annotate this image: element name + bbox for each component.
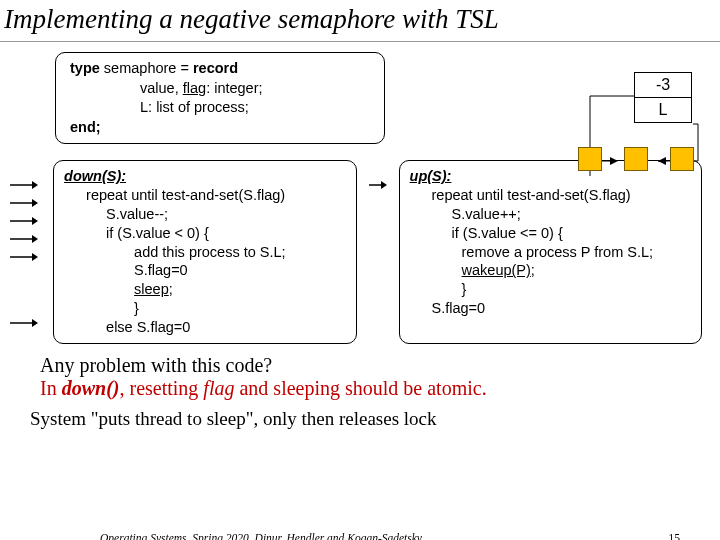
arrow-icon [10, 196, 38, 210]
typedef-value: value, [140, 80, 183, 96]
down-l4: add this process to S.L; [64, 243, 345, 262]
typedef-text: semaphore = [100, 60, 193, 76]
semaphore-diagram: -3 L [634, 72, 692, 123]
process-box [624, 147, 648, 171]
up-semi: ; [531, 262, 535, 278]
sem-value-cell: -3 [634, 72, 692, 98]
svg-marker-16 [32, 235, 38, 243]
typedef-flag: flag [183, 80, 206, 96]
answer-c: , resetting [119, 377, 203, 399]
process-queue [556, 147, 694, 171]
process-box [670, 147, 694, 171]
arrow-icon [10, 178, 38, 192]
typedef-list: : list of process; [148, 99, 249, 115]
answer-e: and sleeping should be atomic. [234, 377, 486, 399]
down-l8: else S.flag=0 [64, 318, 345, 337]
kw-end: end; [70, 119, 101, 135]
svg-marker-22 [381, 181, 387, 189]
page-number: 15 [669, 532, 681, 540]
typedef-box: type semaphore = record value, flag: int… [55, 52, 385, 144]
answer-line: In down(), resetting flag and sleeping s… [40, 377, 690, 400]
kw-record: record [193, 60, 238, 76]
arrow-icon [10, 214, 38, 228]
up-code-box: up(S): repeat until test-and-set(S.flag)… [399, 160, 702, 344]
answer-a: In [40, 377, 62, 399]
svg-marker-10 [32, 181, 38, 189]
slide-title: Implementing a negative semaphore with T… [0, 0, 720, 42]
sem-list-cell: L [634, 98, 692, 123]
footer-source: Operating Systems, Spring 2020, Dinur, H… [100, 532, 422, 540]
svg-marker-14 [32, 217, 38, 225]
top-area: type semaphore = record value, flag: int… [0, 42, 720, 144]
arrow-icon [10, 250, 38, 264]
question-line: Any problem with this code? [40, 354, 690, 377]
up-l4: remove a process P from S.L; [410, 243, 691, 262]
arrow-icon [10, 316, 38, 330]
typedef-L: L [140, 99, 148, 115]
up-l6: } [410, 280, 691, 299]
up-l7: S.flag=0 [410, 299, 691, 318]
svg-marker-18 [32, 253, 38, 261]
body-text: Any problem with this code? In down(), r… [0, 344, 720, 400]
kw-type: type [70, 60, 100, 76]
svg-marker-20 [32, 319, 38, 327]
down-l5: S.flag=0 [64, 261, 345, 280]
answer-d: flag [203, 377, 234, 399]
up-l3: if (S.value <= 0) { [410, 224, 691, 243]
down-l2: S.value--; [64, 205, 345, 224]
answer-b: down() [62, 377, 120, 399]
svg-marker-12 [32, 199, 38, 207]
down-l3: if (S.value < 0) { [64, 224, 345, 243]
code-row: down(S): repeat until test-and-set(S.fla… [0, 144, 720, 344]
down-l7: } [64, 299, 345, 318]
up-head: up(S): [410, 168, 452, 184]
up-l2: S.value++; [410, 205, 691, 224]
down-code-box: down(S): repeat until test-and-set(S.fla… [53, 160, 356, 344]
step-arrows [10, 160, 41, 344]
down-head: down(S): [64, 168, 126, 184]
arrow-icon [369, 178, 387, 192]
process-box [578, 147, 602, 171]
down-sleep: sleep [134, 281, 169, 297]
down-semi: ; [169, 281, 173, 297]
arrow-icon [10, 232, 38, 246]
typedef-int: : integer; [206, 80, 262, 96]
mid-arrows [369, 160, 387, 344]
up-wakeup: wakeup(P) [462, 262, 531, 278]
system-text: System "puts thread to sleep", only then… [0, 400, 720, 430]
down-l1: repeat until test-and-set(S.flag) [64, 186, 345, 205]
up-l1: repeat until test-and-set(S.flag) [410, 186, 691, 205]
